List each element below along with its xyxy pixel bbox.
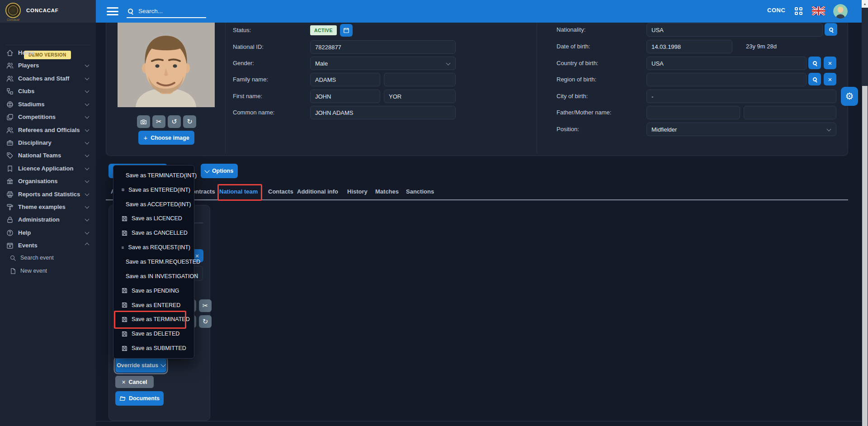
sidebar-item-national-teams[interactable]: National Teams [0, 149, 96, 162]
dob-field[interactable]: 14.03.1998 [646, 40, 732, 53]
menu-item-save-pending[interactable]: Save as PENDING [113, 284, 194, 298]
sidebar-item-players[interactable]: Players [0, 59, 96, 72]
scrollbar-thumb[interactable] [862, 86, 868, 426]
chevron-down-icon [85, 128, 90, 132]
language-flag-uk-icon[interactable] [812, 6, 825, 15]
sidebar-item-clubs[interactable]: Clubs [0, 85, 96, 98]
sidebar: DEMO VERSION Home Players Coaches and St… [0, 23, 96, 426]
sidebar-item-home[interactable]: Home [0, 47, 96, 59]
rotate-left-button[interactable]: ↺ [168, 115, 181, 128]
sidebar-item-organisations[interactable]: Organisations [0, 175, 96, 188]
calendar-icon [343, 27, 349, 33]
tab-contacts[interactable]: Contacts [268, 188, 293, 195]
tab-national-team[interactable]: National team [219, 188, 258, 195]
menu-item-save-cancelled[interactable]: Save as CANCELLED [113, 226, 194, 240]
save-icon [122, 302, 127, 308]
country-clear-button[interactable]: × [824, 57, 836, 69]
sidebar-item-new-event[interactable]: New event [0, 265, 96, 278]
menu-item-save-term-requested[interactable]: Save as TERM.REQUESTED [113, 255, 194, 269]
menu-item-save-submitted[interactable]: Save as SUBMITTED [113, 341, 194, 355]
father-name-field[interactable] [646, 106, 740, 119]
common-name-field[interactable]: JOHN ADAMS [310, 106, 456, 119]
menu-item-save-deleted[interactable]: Save as DELETED [113, 327, 194, 341]
national-id-field[interactable]: 78228877 [310, 40, 456, 54]
nationality-field[interactable]: USA [646, 23, 823, 37]
sidebar-item-referees-and-officials[interactable]: Referees and Officials [0, 124, 96, 137]
region-search-button[interactable] [808, 73, 821, 85]
override-status-button[interactable]: Override status [115, 358, 166, 373]
tab-history[interactable]: History [347, 188, 368, 195]
city-of-birth-field[interactable]: - [646, 90, 836, 103]
brand-area[interactable]: Concacaf CONCACAF [0, 0, 96, 23]
options-button[interactable]: Options [201, 164, 238, 178]
nationality-search-button[interactable] [825, 23, 837, 36]
menu-item-save-accepted-int[interactable]: Save as ACCEPTED(INT) [113, 197, 194, 212]
menu-item-save-request-int[interactable]: Save as REQUEST(INT) [113, 240, 194, 255]
sidebar-item-disciplinary[interactable]: Disciplinary [0, 137, 96, 149]
sidebar-item-reports-and-statistics[interactable]: Reports and Statistics [0, 188, 96, 201]
tab-additional-info[interactable]: Additional info [297, 188, 338, 195]
crop-button[interactable]: ✂ [199, 299, 212, 312]
region-clear-button[interactable]: × [824, 73, 836, 85]
country-search-button[interactable] [808, 57, 821, 69]
sidebar-item-events[interactable]: Events [0, 239, 96, 252]
sidebar-item-help[interactable]: Help [0, 227, 96, 239]
logo-caption: Concacaf [1, 18, 25, 21]
settings-gear-button[interactable]: ⚙ [841, 87, 858, 106]
tab-matches[interactable]: Matches [375, 188, 399, 195]
first-name-field-2[interactable]: YOR [384, 90, 456, 103]
cancel-button[interactable]: × Cancel [115, 376, 154, 388]
sidebar-item-administration[interactable]: Administration [0, 213, 96, 226]
save-icon [122, 288, 127, 293]
family-name-field[interactable]: ADAMS [310, 73, 380, 86]
sidebar-item-theme-examples[interactable]: Theme examples [0, 201, 96, 213]
menu-item-save-entered[interactable]: Save as ENTERED [113, 298, 194, 312]
documents-button[interactable]: Documents [115, 391, 164, 406]
family-name-label: Family name: [233, 76, 268, 83]
org-code[interactable]: CONC [767, 7, 785, 14]
menu-item-save-terminated-int[interactable]: Save as TERMINATED(INT) [113, 168, 194, 183]
search-icon [813, 77, 817, 81]
region-of-birth-label: Region of birth: [557, 76, 596, 83]
tab-sanctions[interactable]: Sanctions [406, 188, 434, 195]
first-name-field[interactable]: JOHN [310, 90, 380, 103]
camera-button[interactable] [137, 115, 150, 128]
save-icon [122, 187, 124, 193]
sidebar-item-search-event[interactable]: Search event [0, 252, 96, 265]
national-id-label: National ID: [233, 43, 264, 50]
rotate-right-button[interactable]: ↻ [183, 115, 196, 128]
menu-item-save-entered-int[interactable]: Save as ENTERED(INT) [113, 183, 194, 197]
position-select[interactable]: Midfielder [646, 123, 836, 136]
menu-item-save-terminated[interactable]: Save as TERMINATED [113, 312, 194, 327]
chevron-down-icon [85, 166, 90, 170]
scroll-up-button[interactable]: ▲ [862, 0, 868, 8]
sidebar-item-licence-application[interactable]: Licence Application [0, 162, 96, 175]
user-avatar[interactable] [833, 4, 848, 19]
administration-lock-icon [6, 216, 14, 223]
menu-toggle-button[interactable] [107, 7, 118, 15]
country-of-birth-field[interactable]: USA [646, 57, 807, 70]
close-icon: × [828, 76, 832, 83]
menu-item-save-licenced[interactable]: Save as LICENCED [113, 212, 194, 226]
chevron-down-icon [85, 230, 90, 235]
sidebar-item-coaches-and-staff[interactable]: Coaches and Staff [0, 72, 96, 85]
menu-item-save-in-investigation[interactable]: Save as IN INVESTIGATION [113, 269, 194, 284]
sidebar-item-competitions[interactable]: Competitions [0, 111, 96, 123]
family-name-field-2[interactable] [384, 73, 456, 86]
status-history-button[interactable] [340, 24, 353, 37]
mother-name-field[interactable] [744, 106, 836, 119]
chevron-down-icon [85, 63, 90, 67]
gender-select[interactable]: Male [310, 57, 456, 70]
crop-button[interactable]: ✂ [152, 115, 165, 128]
competitions-icon [6, 114, 14, 121]
apps-grid-icon[interactable] [795, 7, 802, 15]
region-of-birth-field[interactable] [646, 73, 807, 86]
topbar: Search... CONC [0, 0, 862, 23]
search-input[interactable]: Search... [127, 5, 206, 18]
rotate-right-button[interactable]: ↻ [199, 315, 212, 328]
choose-image-button[interactable]: + Choose image [138, 131, 194, 145]
close-icon: × [122, 379, 125, 386]
sidebar-item-stadiums[interactable]: Stadiums [0, 98, 96, 111]
status-badge: ACTIVE [310, 25, 337, 35]
save-icon [122, 317, 127, 322]
